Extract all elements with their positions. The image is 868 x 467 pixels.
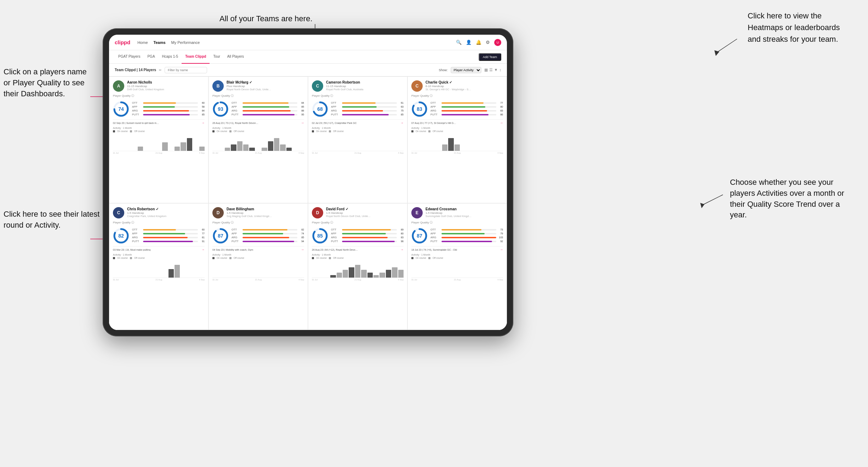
player-card[interactable]: C Cameron Robertson 11-15 Handicap Royal…	[308, 76, 407, 203]
quality-number: 93	[218, 106, 223, 112]
chart-dates: 31 Jul 21 Aug 4 Sep	[113, 152, 205, 154]
quality-circle[interactable]: 87	[212, 228, 229, 244]
tab-pgat[interactable]: PGAT Players	[115, 50, 144, 64]
on-course-legend	[212, 257, 215, 259]
player-name[interactable]: Chris Robertson ✓	[127, 207, 205, 211]
bell-icon[interactable]: 🔔	[476, 40, 481, 45]
player-info: Blair McHarg ✓ Plus Handicap Royal North…	[227, 80, 304, 91]
tab-pga[interactable]: PGA	[144, 50, 158, 64]
round-annotation: Click here to see their latest round or …	[4, 209, 103, 231]
svg-line-6	[702, 195, 723, 205]
latest-round[interactable]: 07 Aug 23 | 77 (+7), St George's Hill GC…	[411, 119, 503, 125]
chart-dates: 31 Jul 21 Aug 4 Sep	[312, 152, 404, 154]
quality-circle[interactable]: 83	[411, 101, 428, 117]
chart-area	[212, 260, 304, 278]
on-course-legend	[312, 130, 314, 132]
grid-icon[interactable]: ▦	[484, 68, 488, 72]
chart-area	[113, 260, 205, 278]
quality-number: 87	[218, 233, 223, 239]
latest-round[interactable]: 04 Sep 23 | Mobility with coach, Gym →	[212, 246, 304, 251]
stats-grid: OTT 73 APP 79 ARG 103 PUTT 92	[430, 228, 503, 244]
quality-circle[interactable]: 87	[411, 228, 428, 244]
latest-round[interactable]: 02 Jul 23 | 59 (+17), Craigmillar Park G…	[312, 119, 404, 125]
off-course-legend	[329, 257, 331, 259]
player-handicap: Plus Handicap	[227, 85, 304, 88]
tab-team-clippd[interactable]: Team Clippd	[182, 50, 210, 64]
player-club: Sunningdale Golf Club, United Kingdom	[426, 215, 472, 218]
player-card[interactable]: B Blair McHarg ✓ Plus Handicap Royal Nor…	[209, 76, 308, 203]
nav-bar: clippd Home Teams My Performance 🔍 👤 🔔 ⚙…	[109, 35, 507, 50]
player-name[interactable]: Blair McHarg ✓	[227, 80, 304, 85]
quality-circle[interactable]: 68	[312, 101, 328, 117]
round-arrow: →	[301, 121, 304, 125]
quality-circle[interactable]: 85	[312, 228, 328, 244]
tab-hcaps[interactable]: Hcaps 1-5	[159, 50, 182, 64]
activity-legend: On course Off course	[312, 257, 404, 259]
activity-section: Activity · 1 Month On course Off course …	[212, 127, 304, 199]
player-card[interactable]: E Edward Crossman 1-5 Handicap Sunningda…	[407, 203, 507, 330]
show-select[interactable]: Player Activity	[451, 67, 481, 73]
latest-round[interactable]: 26 Aug 23 | 73 (+1), Royal North Devon G…	[212, 119, 304, 125]
quality-circle[interactable]: 93	[212, 101, 229, 117]
user-icon[interactable]: 👤	[466, 40, 472, 45]
activity-annotation: Choose whether you see your players Acti…	[730, 177, 857, 221]
off-course-legend	[229, 257, 232, 259]
player-name[interactable]: Dave Billingham	[227, 207, 304, 211]
player-handicap: 1-5 Handicap	[326, 211, 404, 215]
activity-label: Activity · 1 Month	[113, 254, 205, 256]
activity-legend: On course Off course	[212, 130, 304, 132]
chart-area	[411, 133, 503, 151]
round-text: 02 Sep 23 | Sunset round to get back int…	[113, 122, 159, 124]
round-arrow: →	[400, 248, 404, 251]
latest-round[interactable]: 02 Sep 23 | Sunset round to get back int…	[113, 119, 205, 125]
ipad-screen: clippd Home Teams My Performance 🔍 👤 🔔 ⚙…	[109, 35, 507, 330]
on-course-legend	[113, 130, 115, 132]
player-name[interactable]: Edward Crossman	[426, 207, 503, 211]
search-icon[interactable]: 🔍	[456, 40, 462, 45]
chart-dates: 31 Jul 21 Aug 4 Sep	[411, 152, 503, 154]
player-name[interactable]: Cameron Robertson	[326, 80, 404, 85]
player-card[interactable]: A Aaron Nicholls 11-15 Handicap Drift Go…	[109, 76, 209, 203]
latest-round[interactable]: 18 Jul 23 | 74 (+4), Sunningdale GC - Ol…	[411, 246, 503, 251]
sort-icon[interactable]: ↕	[499, 68, 502, 72]
tab-tour[interactable]: Tour	[210, 50, 223, 64]
svg-marker-3	[714, 50, 719, 56]
player-name[interactable]: Charlie Quick ✓	[426, 80, 503, 85]
filter-icon[interactable]: ▼	[494, 68, 498, 72]
latest-round[interactable]: 03 Mar 23 | 19, Must make putting →	[113, 246, 205, 251]
round-text: 26 Aug 23 | 84 (+12), Royal North Devon …	[312, 249, 358, 251]
round-arrow: →	[500, 248, 503, 251]
player-info: David Ford ✓ 1-5 Handicap Royal North De…	[326, 207, 404, 218]
list-icon[interactable]: ☰	[489, 68, 493, 72]
team-label: Team Clippd | 14 Players	[115, 68, 156, 72]
quality-circle[interactable]: 82	[113, 228, 129, 244]
avatar-icon[interactable]: U	[494, 39, 501, 46]
stats-grid: OTT 84 APP 85 ARG 88 PUTT 95	[232, 101, 304, 117]
off-course-legend	[428, 130, 430, 132]
player-name[interactable]: David Ford ✓	[326, 207, 404, 211]
nav-teams[interactable]: Teams	[154, 40, 166, 45]
player-card[interactable]: D David Ford ✓ 1-5 Handicap Royal North …	[308, 203, 407, 330]
quality-circle[interactable]: 74	[113, 101, 129, 117]
player-card[interactable]: C Chris Robertson ✓ 1-5 Handicap Craigmi…	[109, 203, 209, 330]
nav-home[interactable]: Home	[137, 40, 148, 45]
search-input[interactable]	[165, 67, 207, 73]
player-card[interactable]: D Dave Billingham 1-5 Handicap Sog Magin…	[209, 203, 308, 330]
quality-section: 82 OTT 60 APP 77 ARG 81 PUTT	[113, 228, 205, 244]
player-avatar: D	[312, 207, 323, 218]
svg-marker-7	[700, 203, 704, 208]
quality-number: 87	[417, 233, 422, 239]
add-team-button[interactable]: Add Team	[479, 53, 501, 61]
nav-my-performance[interactable]: My Performance	[171, 40, 200, 45]
player-card[interactable]: C Charlie Quick ✓ 6-10 Handicap St. Geor…	[407, 76, 507, 203]
quality-section: 85 OTT 89 APP 80 ARG 83 PUTT	[312, 228, 404, 244]
player-club: Drift Golf Club, United Kingdom	[127, 88, 173, 91]
settings-icon[interactable]: ⚙	[486, 40, 490, 45]
tab-all-players[interactable]: All Players	[224, 50, 247, 64]
latest-round[interactable]: 26 Aug 23 | 84 (+12), Royal North Devon …	[312, 246, 404, 251]
activity-section: Activity · 1 Month On course Off course …	[113, 254, 205, 326]
player-name[interactable]: Aaron Nicholls	[127, 80, 205, 85]
quality-section: 68 OTT 61 APP 63 ARG 75 PUTT	[312, 101, 404, 117]
chart-area	[312, 260, 404, 278]
edit-icon[interactable]: ✏	[159, 68, 162, 72]
